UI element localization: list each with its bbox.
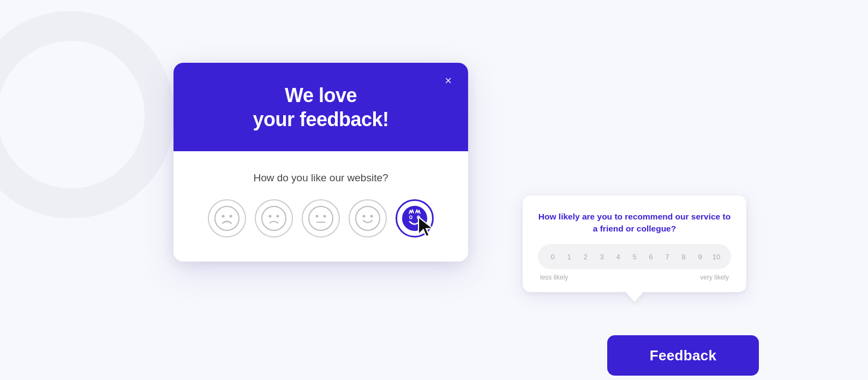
nps-numbers: 012345678910 xyxy=(538,244,731,269)
nps-labels: less likely very likely xyxy=(538,274,731,281)
nps-number-1[interactable]: 1 xyxy=(562,250,576,264)
modal-header: × We love your feedback! xyxy=(173,63,468,151)
nps-number-6[interactable]: 6 xyxy=(644,250,658,264)
svg-point-4 xyxy=(269,215,272,217)
emoji-happy[interactable] xyxy=(349,199,387,238)
svg-point-7 xyxy=(316,215,319,217)
nps-card: How likely are you to recommend our serv… xyxy=(523,195,746,292)
modal-title: We love your feedback! xyxy=(195,84,446,132)
nps-number-5[interactable]: 5 xyxy=(627,250,642,264)
svg-point-6 xyxy=(309,206,333,230)
nps-number-3[interactable]: 3 xyxy=(595,250,609,264)
svg-point-3 xyxy=(262,206,286,230)
svg-point-0 xyxy=(215,206,239,230)
emoji-unhappy[interactable] xyxy=(255,199,293,238)
svg-point-2 xyxy=(230,215,232,217)
nps-question: How likely are you to recommend our serv… xyxy=(538,211,731,234)
emoji-very-unhappy[interactable] xyxy=(208,199,246,238)
nps-number-7[interactable]: 7 xyxy=(660,250,674,264)
feedback-modal: × We love your feedback! How do you like… xyxy=(173,63,468,262)
nps-number-2[interactable]: 2 xyxy=(578,250,592,264)
nps-number-10[interactable]: 10 xyxy=(709,250,723,264)
nps-number-4[interactable]: 4 xyxy=(611,250,625,264)
svg-point-5 xyxy=(277,215,279,217)
svg-point-11 xyxy=(363,215,366,217)
nps-number-8[interactable]: 8 xyxy=(677,250,691,264)
nps-label-right: very likely xyxy=(700,274,729,281)
nps-number-0[interactable]: 0 xyxy=(546,250,560,264)
website-question: How do you like our website? xyxy=(195,172,446,184)
close-button[interactable]: × xyxy=(440,73,456,89)
emoji-very-happy[interactable] xyxy=(396,199,434,238)
svg-point-12 xyxy=(370,215,373,217)
emoji-neutral[interactable] xyxy=(302,199,340,238)
background-circle xyxy=(0,11,175,218)
feedback-button[interactable]: Feedback xyxy=(607,335,759,376)
modal-body: How do you like our website? xyxy=(173,151,468,262)
svg-point-16 xyxy=(410,216,412,218)
emoji-row xyxy=(195,199,446,238)
svg-point-17 xyxy=(418,216,420,218)
svg-point-10 xyxy=(356,206,380,230)
svg-point-8 xyxy=(324,215,326,217)
nps-label-left: less likely xyxy=(540,274,568,281)
svg-point-1 xyxy=(222,215,225,217)
nps-number-9[interactable]: 9 xyxy=(693,250,707,264)
